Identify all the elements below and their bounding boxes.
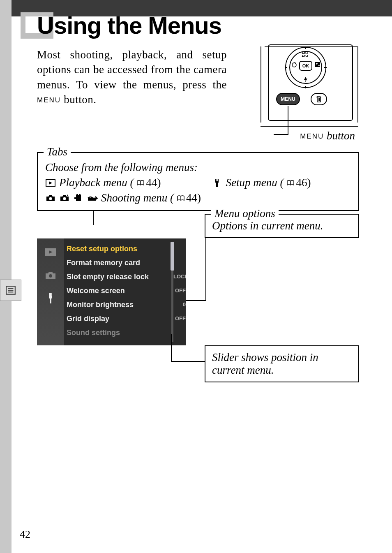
svg-rect-10 bbox=[74, 197, 76, 199]
page-ref-icon bbox=[177, 195, 184, 201]
page-title: Using the Menus bbox=[37, 12, 221, 39]
slider-callout: Slider shows position in current menu. bbox=[205, 345, 359, 382]
list-icon bbox=[5, 285, 16, 296]
svg-point-4 bbox=[292, 63, 296, 67]
setup-label: Setup menu ( bbox=[226, 176, 284, 189]
lcd-setup-tab-icon bbox=[43, 292, 58, 304]
lcd-value-column: LOCK OFF 0 OFF bbox=[175, 238, 186, 345]
svg-point-7 bbox=[49, 197, 52, 200]
svg-point-11 bbox=[76, 194, 78, 195]
lcd-row: Welcome screen bbox=[67, 284, 169, 298]
movie-icon bbox=[73, 194, 84, 202]
self-timer-icon bbox=[291, 62, 297, 67]
exposure-comp-icon bbox=[315, 62, 321, 67]
ael-afl-label: AE-LAF-L bbox=[302, 52, 309, 58]
lcd-row: Reset setup options bbox=[67, 242, 169, 256]
left-margin-strip bbox=[0, 0, 12, 553]
camera-icon bbox=[45, 194, 56, 202]
tabs-lead: Choose from the following menus: bbox=[45, 161, 351, 174]
tabs-legend: Tabs bbox=[44, 146, 71, 158]
camera-lcd-screenshot: Reset setup options Format memory card S… bbox=[37, 238, 186, 345]
menu-button-caption: MENU button bbox=[300, 130, 355, 142]
page-ref-icon bbox=[137, 180, 144, 186]
menu-options-callout: Menu options Options in current menu. bbox=[205, 214, 359, 238]
lcd-row: Sound settings bbox=[67, 326, 169, 340]
svg-rect-9 bbox=[76, 195, 81, 201]
lcd-menu-list: Reset setup options Format memory card S… bbox=[67, 242, 169, 345]
trash-icon bbox=[316, 95, 322, 103]
setup-menu-item: Setup menu (46) bbox=[212, 176, 311, 189]
shooting-menu-item: Shooting menu (44) bbox=[45, 192, 201, 204]
lcd-row: Slot empty release lock bbox=[67, 270, 169, 284]
lcd-scrollbar-thumb bbox=[171, 242, 174, 271]
multi-selector-dial: AE-LAF-L OK bbox=[285, 47, 326, 88]
svg-rect-5 bbox=[315, 62, 320, 67]
lcd-playback-tab-icon bbox=[43, 246, 58, 258]
options-legend: Menu options bbox=[211, 207, 279, 220]
ok-button: OK bbox=[299, 61, 312, 71]
page-number: 42 bbox=[20, 528, 30, 541]
manual-page: Using the Menus Most shooting, playback,… bbox=[0, 0, 392, 553]
playback-label: Playback menu ( bbox=[59, 176, 134, 189]
svg-point-8 bbox=[63, 197, 66, 200]
lcd-shooting-tab-icon bbox=[43, 269, 58, 281]
tabs-callout: Tabs Choose from the following menus: Pl… bbox=[37, 152, 359, 211]
shooting-page: 44) bbox=[186, 192, 201, 204]
playback-menu-item: Playback menu (44) bbox=[45, 176, 161, 189]
page-ref-icon bbox=[287, 180, 294, 186]
svg-point-12 bbox=[79, 194, 81, 195]
intro-paragraph: Most shooting, playback, and setup optio… bbox=[37, 47, 227, 107]
side-tab-icon bbox=[0, 280, 21, 301]
camera-diagram: AE-LAF-L OK MENU bbox=[261, 44, 359, 127]
intro-text: Most shooting, playback, and setup optio… bbox=[37, 49, 227, 91]
svg-point-14 bbox=[49, 274, 52, 278]
advanced-camera-icon bbox=[59, 194, 70, 202]
menu-word-inline: MENU bbox=[37, 96, 61, 104]
menu-button: MENU bbox=[276, 93, 300, 105]
playback-page: 44) bbox=[146, 176, 161, 189]
intro-tail: button. bbox=[61, 93, 97, 106]
setup-page: 46) bbox=[296, 176, 311, 189]
setup-icon bbox=[212, 179, 222, 187]
lcd-row: Monitor brightness bbox=[67, 298, 169, 312]
menu-word-caption: MENU bbox=[300, 132, 324, 140]
lcd-row: Grid display bbox=[67, 312, 169, 326]
flash-icon bbox=[303, 76, 308, 83]
lcd-tab-sidebar bbox=[37, 238, 64, 345]
lcd-row: Format memory card bbox=[67, 256, 169, 270]
shooting-label: Shooting menu ( bbox=[101, 192, 174, 204]
menu-button-caption-tail: button bbox=[324, 130, 355, 142]
slider-text: Slider shows position in current menu. bbox=[212, 351, 352, 377]
playback-icon bbox=[45, 179, 56, 187]
delete-button bbox=[311, 93, 327, 105]
options-text: Options in current menu. bbox=[212, 220, 352, 232]
motion-icon bbox=[87, 194, 98, 202]
